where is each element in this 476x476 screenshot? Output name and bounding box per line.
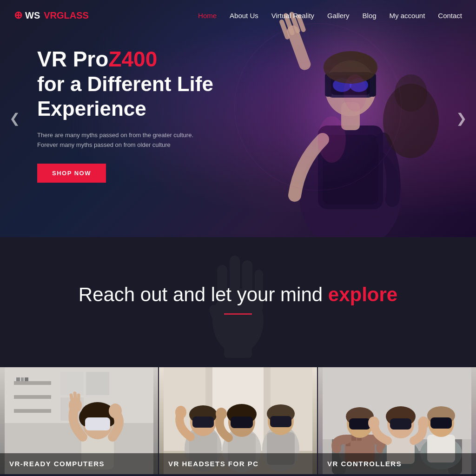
nav-vr[interactable]: Virtual Reality	[271, 12, 314, 20]
nav-contact[interactable]: Contact	[438, 12, 462, 20]
svg-rect-105	[430, 417, 452, 429]
nav-home[interactable]: Home	[198, 12, 217, 20]
main-nav: Home About Us Virtual Reality Gallery Bl…	[198, 12, 462, 20]
category-label-3: VR CONTROLLERS	[318, 453, 476, 474]
svg-rect-64	[192, 416, 214, 428]
svg-line-52	[71, 395, 72, 400]
carousel-prev-button[interactable]: ❮	[5, 107, 25, 130]
svg-rect-93	[349, 418, 370, 430]
svg-rect-76	[270, 416, 291, 427]
svg-rect-70	[231, 416, 253, 428]
nav-gallery[interactable]: Gallery	[327, 12, 350, 20]
category-card-headsets[interactable]: VR HEADSETS FOR PC	[159, 367, 318, 474]
tagline-text-part1: Reach out and let your mind	[79, 284, 328, 305]
tagline-section: Reach out and let your mind explore	[0, 237, 476, 367]
hero-title-line2: for a Different Life	[37, 72, 213, 97]
shop-now-button[interactable]: SHOP NOW	[37, 164, 106, 183]
svg-rect-32	[14, 381, 51, 385]
hero-title-accent: Z400	[108, 47, 157, 71]
svg-point-99	[368, 416, 379, 430]
svg-line-53	[75, 393, 75, 398]
hero-circle	[234, 23, 402, 191]
svg-rect-98	[390, 418, 411, 430]
svg-rect-36	[21, 377, 24, 381]
tagline-accent: explore	[328, 284, 397, 305]
category-card-computers[interactable]: VR-READY COMPUTERS	[0, 367, 159, 474]
svg-rect-37	[25, 377, 28, 381]
category-label-2: VR HEADSETS FOR PC	[159, 453, 317, 474]
svg-rect-33	[14, 395, 51, 399]
site-header: ⊕ WS VRGLASS Home About Us Virtual Reali…	[0, 0, 476, 31]
svg-rect-34	[14, 409, 51, 413]
category-card-controllers[interactable]: VR CONTROLLERS	[318, 367, 476, 474]
nav-about[interactable]: About Us	[230, 12, 258, 20]
svg-rect-49	[85, 417, 110, 430]
logo-icon: ⊕	[14, 9, 22, 21]
hero-content: VR ProZ400 for a Different Life Experien…	[37, 46, 213, 183]
hero-title-line3: Experience	[37, 97, 213, 121]
nav-account[interactable]: My account	[390, 12, 425, 20]
hero-title-part1: VR Pro	[37, 47, 108, 71]
hero-section: VR ProZ400 for a Different Life Experien…	[0, 0, 476, 237]
tagline-heading: Reach out and let your mind explore	[14, 284, 462, 306]
hero-title: VR ProZ400 for a Different Life Experien…	[37, 46, 213, 121]
category-label-1: VR-READY COMPUTERS	[0, 453, 158, 474]
svg-rect-38	[60, 372, 84, 395]
site-logo[interactable]: ⊕ WS VRGLASS	[14, 9, 89, 21]
hero-title-line1: VR ProZ400	[37, 46, 213, 72]
svg-rect-39	[86, 372, 109, 395]
logo-vrglass: VRGLASS	[44, 10, 89, 21]
svg-point-51	[109, 403, 122, 418]
svg-point-100	[418, 416, 429, 430]
hero-subtitle: There are many myths passed on from the …	[37, 131, 205, 150]
nav-blog[interactable]: Blog	[363, 12, 377, 20]
svg-point-65	[175, 406, 186, 419]
categories-section: VR-READY COMPUTERS	[0, 367, 476, 474]
svg-rect-35	[16, 377, 20, 381]
svg-point-71	[216, 408, 227, 420]
svg-rect-29	[224, 344, 252, 358]
logo-ws: WS	[25, 10, 40, 21]
carousel-next-button[interactable]: ❯	[451, 107, 471, 130]
